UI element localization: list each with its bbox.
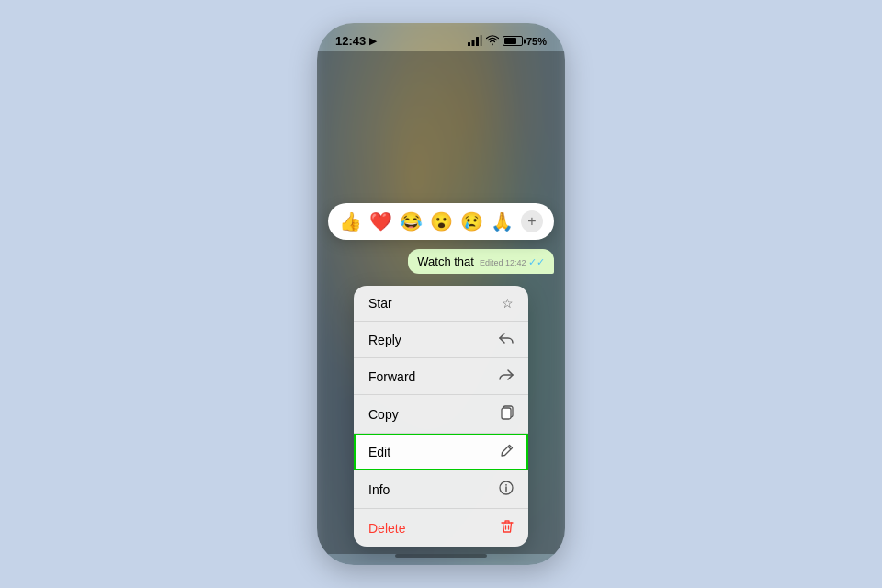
forward-icon (499, 368, 514, 384)
menu-label-edit: Edit (368, 445, 390, 459)
star-icon: ☆ (502, 296, 514, 311)
svg-rect-2 (476, 37, 479, 46)
emoji-thumbsup[interactable]: 👍 (339, 210, 362, 232)
home-indicator (317, 554, 565, 565)
signal-icon (468, 35, 482, 48)
message-bubble: Watch that Edited 12:42 ✓✓ (408, 249, 554, 274)
emoji-heart[interactable]: ❤️ (369, 210, 392, 232)
wifi-icon (486, 35, 499, 48)
svg-rect-5 (502, 408, 511, 419)
svg-rect-1 (471, 40, 474, 46)
menu-item-star[interactable]: Star ☆ (354, 286, 528, 322)
menu-label-copy: Copy (368, 407, 399, 422)
phone-frame: 12:43 ▶ (317, 23, 565, 565)
menu-label-star: Star (368, 296, 392, 311)
emoji-surprised[interactable]: 😮 (430, 210, 453, 232)
location-icon: ▶ (369, 36, 377, 46)
message-text: Watch that (417, 254, 474, 268)
context-menu: Star ☆ Reply Forward (354, 286, 528, 547)
menu-label-reply: Reply (368, 333, 401, 347)
phone-content: 12:43 ▶ (317, 23, 565, 565)
message-bubble-area: Watch that Edited 12:42 ✓✓ (408, 249, 554, 274)
status-icons: 75% (468, 35, 547, 48)
menu-label-forward: Forward (368, 369, 415, 384)
message-meta: Edited 12:42 ✓✓ (480, 256, 545, 268)
battery-fill (504, 38, 517, 44)
battery-percentage: 75% (526, 36, 547, 47)
home-bar (395, 554, 487, 558)
svg-rect-0 (468, 42, 470, 46)
copy-icon (501, 405, 514, 423)
message-ticks: ✓✓ (528, 256, 545, 267)
status-bar: 12:43 ▶ (317, 23, 565, 51)
battery-icon (503, 36, 523, 46)
info-icon (499, 481, 514, 498)
time-display: 12:43 (335, 34, 366, 48)
menu-label-delete: Delete (368, 521, 405, 536)
svg-rect-3 (480, 35, 482, 46)
menu-item-forward[interactable]: Forward (354, 358, 528, 395)
emoji-sad[interactable]: 😢 (460, 210, 483, 232)
emoji-more-button[interactable]: + (521, 210, 543, 232)
emoji-laugh[interactable]: 😂 (400, 210, 423, 232)
menu-item-info[interactable]: Info (354, 470, 528, 509)
status-time: 12:43 ▶ (335, 34, 377, 48)
menu-item-reply[interactable]: Reply (354, 322, 528, 358)
reply-icon (499, 332, 514, 347)
chat-area: 👍 ❤️ 😂 😮 😢 🙏 + Watch that Edited 12:42 ✓… (317, 51, 565, 554)
menu-item-copy[interactable]: Copy (354, 395, 528, 434)
emoji-pray[interactable]: 🙏 (491, 210, 514, 232)
menu-item-delete[interactable]: Delete (354, 509, 528, 547)
svg-point-8 (505, 484, 507, 486)
delete-icon (501, 519, 514, 537)
edit-icon (501, 444, 514, 459)
emoji-reaction-bar[interactable]: 👍 ❤️ 😂 😮 😢 🙏 + (328, 203, 554, 240)
menu-label-info: Info (368, 482, 390, 497)
menu-item-edit[interactable]: Edit (354, 434, 528, 470)
